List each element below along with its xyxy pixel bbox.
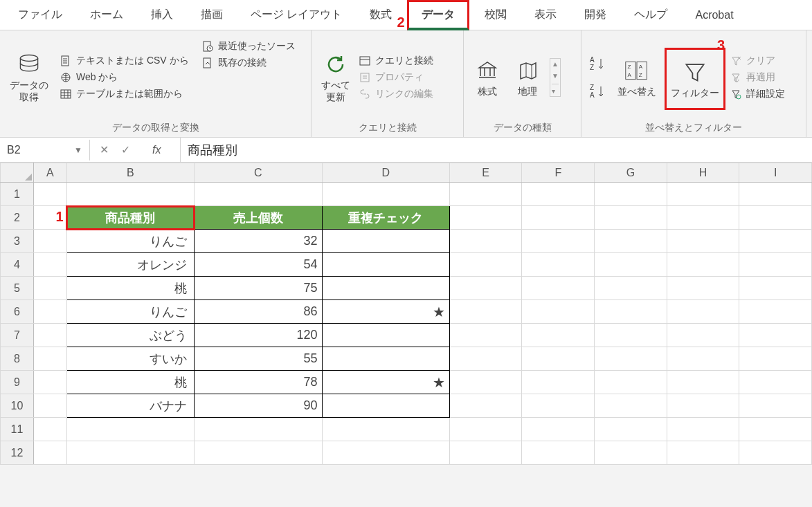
cell[interactable] <box>195 418 322 441</box>
recent-sources-button[interactable]: 最近使ったソース <box>201 40 296 53</box>
cell[interactable] <box>595 324 667 347</box>
tab-help[interactable]: ヘルプ <box>622 2 680 28</box>
cell-D5[interactable] <box>322 277 449 300</box>
cell-B6[interactable]: りんご <box>66 300 194 324</box>
cell[interactable] <box>595 418 667 441</box>
scroll-up-icon[interactable]: ▲ <box>552 60 559 68</box>
cell[interactable] <box>739 183 812 206</box>
cell[interactable] <box>667 206 739 230</box>
cell-B8[interactable]: すいか <box>66 347 194 371</box>
from-web-button[interactable]: Web から <box>60 71 189 84</box>
cell[interactable] <box>33 183 66 206</box>
tab-acrobat[interactable]: Acrobat <box>683 3 746 27</box>
cell[interactable] <box>595 206 667 230</box>
cell[interactable] <box>449 230 522 253</box>
cell[interactable] <box>33 394 66 418</box>
cell[interactable] <box>739 324 812 347</box>
cell-C7[interactable]: 120 <box>195 324 322 347</box>
col-header-A[interactable]: A <box>33 163 66 183</box>
col-header-H[interactable]: H <box>667 163 739 183</box>
sort-asc-button[interactable]: AZ <box>590 56 606 71</box>
cell[interactable] <box>33 418 66 441</box>
cell[interactable] <box>449 324 522 347</box>
tab-layout[interactable]: ページ レイアウト <box>238 2 354 28</box>
col-header-I[interactable]: I <box>739 163 812 183</box>
row-header-10[interactable]: 10 <box>1 394 34 418</box>
advanced-button[interactable]: 詳細設定 <box>730 88 785 100</box>
cell-B2[interactable]: 商品種別 <box>66 206 194 230</box>
col-header-B[interactable]: B <box>66 163 194 183</box>
cell[interactable] <box>66 441 194 465</box>
formula-input[interactable]: 商品種別 <box>181 138 812 163</box>
row-header-2[interactable]: 2 <box>1 206 34 230</box>
row-header-4[interactable]: 4 <box>1 253 34 277</box>
cell[interactable] <box>449 183 522 206</box>
col-header-D[interactable]: D <box>322 163 449 183</box>
row-header-3[interactable]: 3 <box>1 230 34 253</box>
tab-file[interactable]: ファイル <box>6 2 75 28</box>
edit-links-button[interactable]: リンクの編集 <box>359 88 433 100</box>
cell[interactable] <box>667 277 739 300</box>
cell[interactable] <box>522 230 595 253</box>
cell[interactable] <box>667 418 739 441</box>
cell-B9[interactable]: 桃 <box>66 371 194 394</box>
cell[interactable] <box>449 253 522 277</box>
reapply-button[interactable]: 再適用 <box>730 71 785 84</box>
cell-B5[interactable]: 桃 <box>66 277 194 300</box>
cell[interactable] <box>739 441 812 465</box>
cell-D4[interactable] <box>322 253 449 277</box>
cell[interactable] <box>667 253 739 277</box>
cell[interactable] <box>667 183 739 206</box>
cell-C9[interactable]: 78 <box>195 371 322 394</box>
clear-button[interactable]: クリア <box>730 55 785 67</box>
cell[interactable] <box>667 230 739 253</box>
cell[interactable] <box>33 230 66 253</box>
cell[interactable] <box>449 277 522 300</box>
expand-icon[interactable]: ▾ <box>552 84 559 95</box>
row-header-7[interactable]: 7 <box>1 324 34 347</box>
cell[interactable] <box>522 394 595 418</box>
sort-desc-button[interactable]: ZA <box>590 84 606 99</box>
cell[interactable] <box>322 183 449 206</box>
cell[interactable] <box>66 418 194 441</box>
col-header-E[interactable]: E <box>449 163 522 183</box>
cell[interactable] <box>33 324 66 347</box>
cell-D8[interactable] <box>322 347 449 371</box>
cell[interactable] <box>449 300 522 324</box>
geography-button[interactable]: 地理 <box>509 36 545 119</box>
cell[interactable] <box>33 347 66 371</box>
row-header-1[interactable]: 1 <box>1 183 34 206</box>
queries-button[interactable]: クエリと接続 <box>359 55 433 67</box>
cell[interactable] <box>739 418 812 441</box>
cell-D3[interactable] <box>322 230 449 253</box>
cell[interactable] <box>449 206 522 230</box>
cell-B10[interactable]: バナナ <box>66 394 194 418</box>
cell[interactable] <box>522 277 595 300</box>
cell-D7[interactable] <box>322 324 449 347</box>
cell-C8[interactable]: 55 <box>195 347 322 371</box>
cell[interactable] <box>595 230 667 253</box>
cell[interactable] <box>66 183 194 206</box>
cell[interactable] <box>449 418 522 441</box>
col-header-F[interactable]: F <box>522 163 595 183</box>
properties-button[interactable]: プロパティ <box>359 71 433 84</box>
cell[interactable] <box>739 347 812 371</box>
filter-button[interactable]: フィルター 3 <box>665 48 725 110</box>
sort-button[interactable]: ZAAZ 並べ替え <box>613 36 660 119</box>
name-box-dropdown-icon[interactable]: ▼ <box>74 145 82 155</box>
cell[interactable] <box>739 277 812 300</box>
cell[interactable] <box>667 441 739 465</box>
fx-icon[interactable]: fx <box>143 144 170 156</box>
cell[interactable]: 1 <box>33 206 66 230</box>
cell[interactable] <box>33 441 66 465</box>
cell[interactable] <box>522 324 595 347</box>
cell[interactable] <box>522 300 595 324</box>
select-all-corner[interactable] <box>1 163 34 183</box>
cell[interactable] <box>739 394 812 418</box>
cell[interactable] <box>322 441 449 465</box>
cell[interactable] <box>739 253 812 277</box>
tab-home[interactable]: ホーム <box>78 2 136 28</box>
cell-B3[interactable]: りんご <box>66 230 194 253</box>
name-box[interactable]: B2 ▼ <box>0 140 90 160</box>
refresh-all-button[interactable]: すべて 更新 <box>317 36 354 119</box>
